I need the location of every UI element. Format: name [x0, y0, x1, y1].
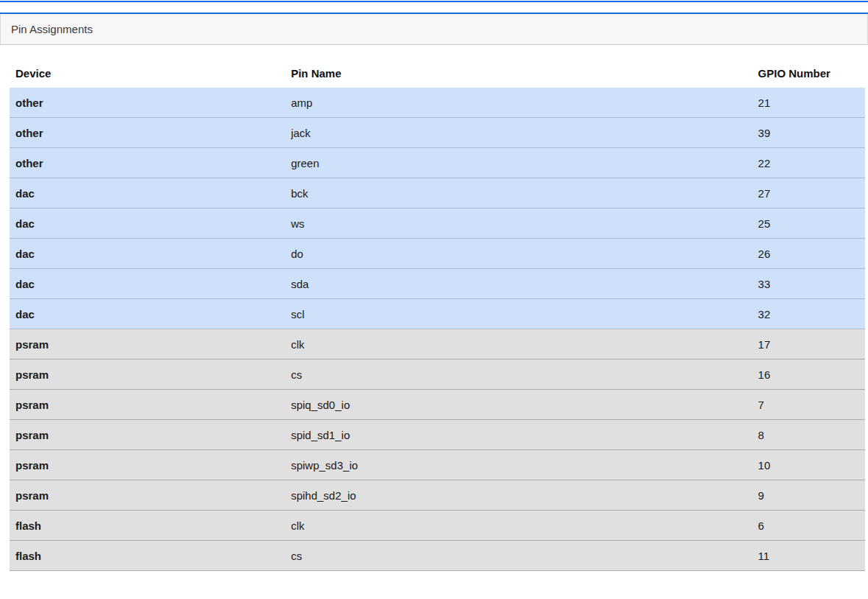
table-row: flashcs11: [10, 541, 865, 571]
device-cell: dac: [10, 239, 285, 269]
gpio-number-cell: 27: [752, 178, 865, 209]
device-cell: dac: [10, 178, 285, 209]
gpio-number-cell: 9: [752, 480, 865, 511]
pin-name-cell: ws: [285, 209, 752, 239]
pin-name-cell: scl: [285, 299, 752, 329]
column-header-gpio-number: GPIO Number: [752, 58, 865, 88]
gpio-number-cell: 10: [752, 450, 865, 480]
gpio-number-cell: 6: [752, 511, 865, 541]
pin-name-cell: spiq_sd0_io: [285, 390, 752, 420]
table-row: psramspid_sd1_io8: [10, 420, 865, 450]
device-cell: psram: [10, 360, 285, 390]
device-cell: psram: [10, 390, 285, 420]
gpio-number-cell: 11: [752, 541, 865, 571]
device-cell: dac: [10, 299, 285, 329]
pin-name-cell: spid_sd1_io: [285, 420, 752, 450]
table-body: otheramp21otherjack39othergreen22dacbck2…: [10, 88, 865, 571]
table-row: dacscl32: [10, 299, 865, 329]
top-spacer: [0, 2, 868, 13]
device-cell: flash: [10, 511, 285, 541]
table-row: psramclk17: [10, 329, 865, 360]
gpio-number-cell: 17: [752, 329, 865, 360]
device-cell: psram: [10, 450, 285, 480]
pin-name-cell: spiwp_sd3_io: [285, 450, 752, 480]
column-header-device: Device: [10, 58, 285, 88]
gpio-number-cell: 22: [752, 148, 865, 178]
gpio-number-cell: 32: [752, 299, 865, 329]
pin-name-cell: do: [285, 239, 752, 269]
table-row: psramcs16: [10, 360, 865, 390]
device-cell: other: [10, 118, 285, 148]
pin-assignments-table: Device Pin Name GPIO Number otheramp21ot…: [10, 58, 865, 571]
gpio-number-cell: 25: [752, 209, 865, 239]
gpio-number-cell: 7: [752, 390, 865, 420]
table-row: othergreen22: [10, 148, 865, 178]
device-cell: other: [10, 148, 285, 178]
pin-name-cell: amp: [285, 88, 752, 118]
column-header-pin-name: Pin Name: [285, 58, 752, 88]
panel-title: Pin Assignments: [0, 14, 868, 45]
pin-name-cell: bck: [285, 178, 752, 209]
pin-name-cell: sda: [285, 269, 752, 299]
device-cell: psram: [10, 329, 285, 360]
gpio-number-cell: 26: [752, 239, 865, 269]
panel-body: Device Pin Name GPIO Number otheramp21ot…: [0, 45, 868, 592]
table-header-row: Device Pin Name GPIO Number: [10, 58, 865, 88]
pin-assignments-panel: Pin Assignments Device Pin Name GPIO Num…: [0, 13, 868, 592]
gpio-number-cell: 21: [752, 88, 865, 118]
table-row: dacbck27: [10, 178, 865, 209]
gpio-number-cell: 8: [752, 420, 865, 450]
pin-name-cell: cs: [285, 541, 752, 571]
table-row: otheramp21: [10, 88, 865, 118]
gpio-number-cell: 16: [752, 360, 865, 390]
table-row: psramspihd_sd2_io9: [10, 480, 865, 511]
device-cell: flash: [10, 541, 285, 571]
table-row: psramspiwp_sd3_io10: [10, 450, 865, 480]
device-cell: psram: [10, 480, 285, 511]
table-row: flashclk6: [10, 511, 865, 541]
pin-name-cell: green: [285, 148, 752, 178]
table-row: otherjack39: [10, 118, 865, 148]
device-cell: dac: [10, 269, 285, 299]
device-cell: other: [10, 88, 285, 118]
pin-name-cell: clk: [285, 511, 752, 541]
gpio-number-cell: 39: [752, 118, 865, 148]
gpio-number-cell: 33: [752, 269, 865, 299]
table-row: dacws25: [10, 209, 865, 239]
device-cell: dac: [10, 209, 285, 239]
device-cell: psram: [10, 420, 285, 450]
pin-name-cell: jack: [285, 118, 752, 148]
pin-name-cell: spihd_sd2_io: [285, 480, 752, 511]
table-row: dacsda33: [10, 269, 865, 299]
pin-name-cell: cs: [285, 360, 752, 390]
pin-name-cell: clk: [285, 329, 752, 360]
table-row: dacdo26: [10, 239, 865, 269]
table-row: psramspiq_sd0_io7: [10, 390, 865, 420]
